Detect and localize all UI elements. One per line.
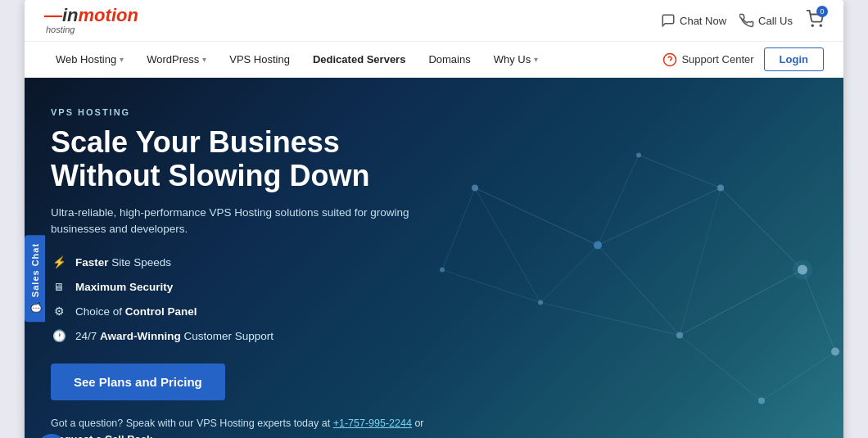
svg-point-1 [820, 25, 821, 26]
call-us-label: Call Us [758, 15, 793, 27]
lightning-icon: ⚡ [51, 254, 67, 270]
svg-line-17 [639, 156, 721, 188]
cart-button[interactable]: 0 [806, 10, 824, 31]
svg-point-28 [636, 153, 641, 158]
side-chat-label: Sales Chat [30, 242, 40, 296]
feature-item-security: 🖥 Maximum Security [51, 278, 457, 295]
hero-contact: Got a question? Speak with our VPS Hosti… [51, 415, 457, 438]
svg-point-26 [758, 398, 765, 404]
gear-icon: ⚙ [51, 303, 67, 319]
clock-icon: 🕐 [51, 327, 67, 344]
hero-content: VPS HOSTING Scale Your Business Without … [25, 78, 483, 438]
contact-or-text: or [414, 418, 423, 429]
feature-item-speed: ⚡ Faster Site Speeds [51, 254, 457, 270]
call-us-button[interactable]: Call Us [739, 13, 793, 28]
hero-section-label: VPS HOSTING [51, 107, 457, 117]
support-icon [662, 52, 677, 67]
svg-point-24 [538, 300, 543, 305]
svg-line-16 [762, 352, 835, 401]
nav-wordpress[interactable]: WordPress ▾ [135, 42, 218, 78]
svg-line-3 [475, 188, 598, 246]
chevron-down-icon: ▾ [202, 55, 206, 64]
feature-list: ⚡ Faster Site Speeds 🖥 Maximum Security … [51, 254, 457, 344]
login-button[interactable]: Login [764, 47, 824, 71]
support-center-label: Support Center [681, 53, 753, 65]
svg-point-0 [811, 25, 813, 26]
svg-line-5 [721, 188, 802, 270]
svg-point-21 [717, 185, 724, 192]
svg-line-9 [802, 270, 835, 352]
monitor-icon: 🖥 [51, 278, 67, 295]
logo[interactable]: —inmotion hosting [44, 7, 138, 34]
contact-text: Got a question? Speak with our VPS Hosti… [51, 418, 333, 429]
side-chat-tab[interactable]: 💬 Sales Chat [25, 234, 45, 321]
svg-line-6 [598, 246, 680, 336]
svg-line-18 [598, 156, 639, 246]
svg-line-12 [680, 188, 721, 336]
nav-dedicated-servers[interactable]: Dedicated Servers [301, 42, 417, 78]
chat-icon [661, 13, 676, 28]
svg-point-20 [594, 242, 602, 250]
svg-point-29 [793, 260, 812, 280]
svg-line-4 [598, 188, 721, 246]
chat-now-label: Chat Now [680, 15, 726, 27]
svg-line-10 [475, 188, 540, 303]
support-center-button[interactable]: Support Center [662, 52, 753, 67]
feature-item-control-panel: ⚙ Choice of Control Panel [51, 303, 457, 319]
nav-why-us[interactable]: Why Us ▾ [482, 42, 550, 78]
svg-point-27 [831, 348, 839, 356]
phone-icon [739, 13, 754, 28]
svg-point-23 [676, 332, 683, 339]
top-right-actions: Chat Now Call Us 0 [661, 10, 824, 31]
svg-line-13 [540, 246, 598, 303]
top-bar: —inmotion hosting Chat Now Call Us [25, 0, 843, 42]
hero-section: 💬 Sales Chat VPS HOSTING Scale Your Busi… [25, 78, 843, 438]
nav-bar: Web Hosting ▾ WordPress ▾ VPS Hosting De… [25, 42, 843, 78]
chat-now-button[interactable]: Chat Now [661, 13, 726, 28]
svg-line-7 [680, 270, 802, 336]
logo-subtitle: hosting [46, 25, 138, 34]
chevron-down-icon: ▾ [120, 55, 124, 64]
svg-line-8 [680, 336, 762, 401]
hero-title: Scale Your Business Without Slowing Down [51, 125, 457, 193]
svg-line-11 [540, 303, 680, 336]
see-plans-button[interactable]: See Plans and Pricing [51, 363, 225, 400]
cart-count: 0 [816, 6, 828, 17]
request-call-link[interactable]: Request a Call Back [51, 431, 457, 438]
hero-subtitle: Ultra-reliable, high-performance VPS Hos… [51, 205, 457, 238]
nav-web-hosting[interactable]: Web Hosting ▾ [44, 42, 135, 78]
nav-right: Support Center Login [662, 47, 824, 71]
feature-item-support: 🕐 24/7 Award-Winning Customer Support [51, 327, 457, 344]
nav-vps-hosting[interactable]: VPS Hosting [218, 42, 301, 78]
nav-domains[interactable]: Domains [417, 42, 481, 78]
contact-phone-link[interactable]: +1-757-995-2244 [333, 418, 412, 429]
chevron-down-icon: ▾ [534, 55, 538, 64]
nav-items: Web Hosting ▾ WordPress ▾ VPS Hosting De… [44, 42, 549, 78]
